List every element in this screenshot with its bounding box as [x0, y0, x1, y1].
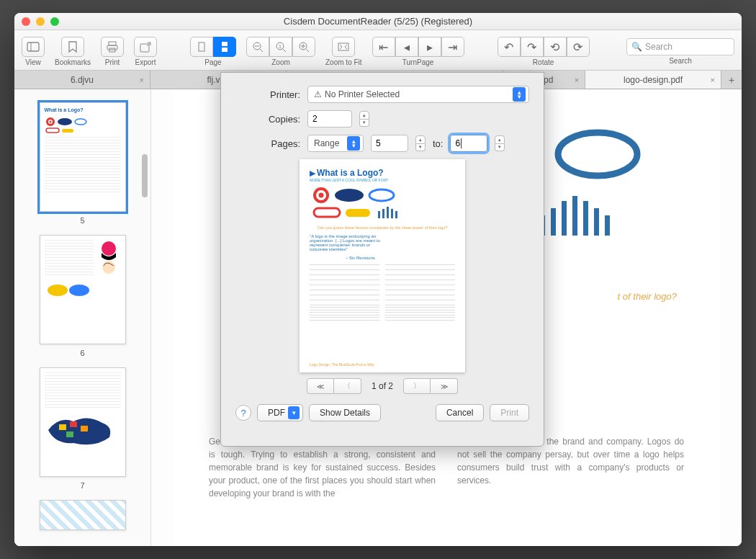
svg-point-24: [75, 119, 86, 125]
pages-to-stepper[interactable]: ▴▾: [495, 135, 505, 151]
last-page-button[interactable]: ⇥: [441, 37, 464, 57]
printer-select[interactable]: ⚠ No Printer Selected ▴▾: [307, 86, 529, 103]
pages-to-label: to:: [433, 138, 443, 149]
svg-point-47: [369, 189, 394, 201]
rotate-all-right-button[interactable]: ⟳: [567, 37, 590, 57]
preview-last-button[interactable]: ≫: [431, 378, 458, 394]
tab-6-djvu[interactable]: 6.djvu×: [14, 71, 150, 89]
toolbar: View Bookmarks Print Export Page 1: [14, 30, 742, 71]
svg-line-10: [260, 49, 263, 52]
svg-rect-50: [378, 211, 380, 218]
rotate-left-button[interactable]: ↶: [498, 37, 521, 57]
show-details-button[interactable]: Show Details: [309, 404, 381, 421]
copies-input[interactable]: 2: [307, 110, 352, 128]
scrollbar-thumb[interactable]: [142, 154, 148, 197]
svg-point-27: [102, 241, 116, 256]
svg-rect-49: [346, 209, 370, 217]
view-button[interactable]: [22, 37, 45, 57]
svg-point-35: [558, 133, 637, 176]
zoom-in-button[interactable]: [292, 37, 315, 57]
pdf-menu-button[interactable]: PDF ▾: [257, 404, 303, 421]
rotate-right-button[interactable]: ↷: [521, 37, 544, 57]
chevron-down-icon: ▾: [288, 406, 300, 419]
preview-prev-button[interactable]: 〈: [334, 378, 361, 394]
search-icon: 🔍: [631, 42, 642, 52]
bookmarks-button[interactable]: [61, 37, 84, 57]
svg-rect-39: [572, 196, 577, 236]
help-button[interactable]: ?: [235, 405, 251, 421]
svg-rect-31: [59, 424, 66, 430]
svg-point-30: [69, 285, 89, 296]
printer-label: Printer:: [235, 89, 300, 100]
thumbnail-7[interactable]: [40, 367, 126, 477]
first-page-button[interactable]: ⇤: [372, 37, 395, 57]
zoom-out-button[interactable]: [246, 37, 269, 57]
svg-line-13: [283, 49, 286, 52]
page-continuous-button[interactable]: [213, 37, 236, 57]
svg-point-23: [58, 118, 72, 125]
next-page-button[interactable]: ▸: [418, 37, 441, 57]
search-input[interactable]: 🔍 Search: [626, 38, 734, 55]
print-confirm-button[interactable]: Print: [490, 404, 529, 421]
svg-rect-3: [107, 45, 117, 50]
svg-point-46: [335, 189, 364, 202]
preview-first-button[interactable]: ≪: [307, 378, 334, 394]
window-title: Cisdem DocumentReader (5/25) (Registered…: [14, 16, 742, 27]
svg-rect-34: [66, 431, 73, 437]
svg-rect-41: [594, 208, 599, 236]
svg-point-28: [102, 261, 115, 274]
svg-rect-26: [62, 129, 73, 133]
svg-rect-8: [222, 48, 228, 52]
print-dialog: Printer: ⚠ No Printer Selected ▴▾ Copies…: [220, 72, 544, 447]
pages-to-input[interactable]: 6: [450, 135, 487, 152]
prev-page-button[interactable]: ◂: [395, 37, 418, 57]
chevron-updown-icon: ▴▾: [347, 136, 360, 151]
cancel-button[interactable]: Cancel: [436, 404, 484, 421]
svg-rect-37: [551, 208, 556, 236]
pages-label: Pages:: [235, 138, 300, 149]
thumbnail-5[interactable]: What is a Logo?: [40, 102, 126, 212]
copies-stepper[interactable]: ▴▾: [359, 111, 369, 127]
page-caption: t of their logo?: [618, 291, 677, 302]
copies-label: Copies:: [235, 114, 300, 125]
warning-icon: ⚠: [314, 89, 322, 99]
thumbnail-6[interactable]: [40, 235, 126, 344]
thumbnail-8[interactable]: [40, 500, 126, 530]
print-button[interactable]: [101, 37, 124, 57]
rotate-all-left-button[interactable]: ⟲: [544, 37, 567, 57]
page-single-button[interactable]: [190, 37, 213, 57]
svg-rect-32: [70, 421, 77, 427]
pages-from-input[interactable]: 5: [371, 135, 408, 152]
close-icon[interactable]: ×: [575, 76, 579, 84]
thumbnail-label: 5: [14, 216, 150, 225]
svg-rect-53: [391, 209, 393, 218]
svg-rect-48: [314, 208, 340, 217]
svg-rect-0: [27, 43, 39, 51]
preview-page-indicator: 1 of 2: [372, 381, 393, 391]
pages-from-stepper[interactable]: ▴▾: [415, 135, 426, 151]
svg-rect-38: [562, 201, 567, 236]
svg-rect-33: [81, 426, 88, 431]
tab-logo-design[interactable]: logo-design.pdf×: [585, 71, 721, 89]
close-icon[interactable]: ×: [139, 76, 143, 84]
preview-next-button[interactable]: 〉: [403, 378, 431, 394]
svg-rect-25: [46, 128, 59, 133]
preview-page-nav: ≪ 〈 1 of 2 〉 ≫: [235, 378, 529, 394]
thumbnail-label: 7: [14, 481, 150, 490]
zoom-actual-button[interactable]: 1: [269, 37, 292, 57]
thumbnail-label: 6: [14, 349, 150, 357]
export-button[interactable]: [134, 37, 157, 57]
new-tab-button[interactable]: +: [721, 71, 742, 89]
svg-point-22: [49, 121, 51, 123]
svg-point-45: [319, 193, 324, 198]
print-preview: ▶What is a Logo? MORE THAN JUST A COOL S…: [300, 159, 465, 372]
pages-mode-select[interactable]: Range ▴▾: [307, 135, 364, 152]
svg-text:1: 1: [279, 44, 282, 49]
svg-rect-54: [395, 211, 397, 218]
svg-rect-42: [605, 215, 610, 236]
close-icon[interactable]: ×: [711, 76, 715, 84]
zoom-to-fit-button[interactable]: [332, 37, 355, 57]
svg-rect-6: [199, 43, 204, 51]
svg-rect-2: [109, 42, 116, 45]
svg-rect-51: [382, 209, 384, 218]
